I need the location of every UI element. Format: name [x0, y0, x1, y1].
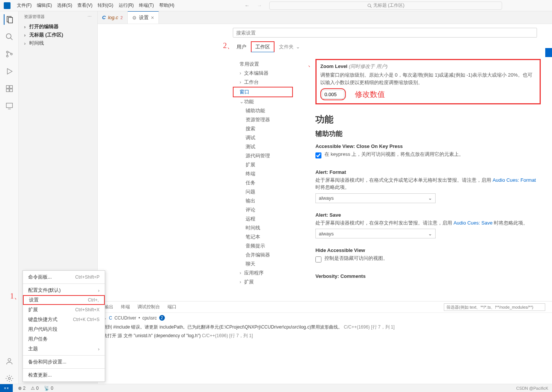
scope-folder[interactable]: 文件夹 ⌄ — [275, 42, 304, 52]
menu-terminal[interactable]: 终端(T) — [136, 2, 156, 9]
scope-user[interactable]: 用户 — [233, 42, 250, 52]
sidebar-title: 资源管理器 — [24, 14, 45, 20]
svg-point-7 — [6, 55, 8, 57]
problems-breadcrumb[interactable]: ⌄ C CCUDriver • cpu\src 2 — [103, 315, 547, 321]
extensions-icon[interactable] — [4, 83, 15, 94]
annotation-1: 1、 — [10, 291, 21, 301]
toc-texteditor[interactable]: ›文本编辑器 — [233, 69, 308, 78]
annotation-4: 4、 — [308, 59, 315, 69]
source-control-icon[interactable] — [4, 49, 15, 59]
svg-line-1 — [370, 6, 371, 8]
menu-help[interactable]: 帮助(H) — [157, 2, 177, 9]
panel-tab-terminal[interactable]: 终端 — [121, 302, 130, 312]
explorer-icon[interactable] — [4, 14, 14, 25]
toc-output[interactable]: 输出 — [233, 196, 308, 205]
toc-comments[interactable]: 评论 — [233, 205, 308, 214]
problem-row[interactable]: 测到 #include 错误。请更新 includePath。已为此翻译单元(E… — [103, 323, 547, 332]
toc-terminal[interactable]: 终端 — [233, 169, 308, 178]
nav-back-icon[interactable]: ← — [244, 3, 249, 8]
toc-remote[interactable]: 远程 — [233, 214, 308, 223]
menu-check-updates[interactable]: 检查更新... — [23, 370, 105, 380]
toc-search[interactable]: 搜索 — [233, 124, 308, 133]
menu-keyboard-shortcuts[interactable]: 键盘快捷方式Ctrl+K Ctrl+S — [23, 315, 105, 324]
toc-common[interactable]: 常用设置 — [233, 60, 308, 69]
toc-ext[interactable]: 扩展 — [233, 160, 308, 169]
nav-forward-icon[interactable]: → — [257, 3, 262, 8]
tree-workspace[interactable]: ›无标题 (工作区) — [19, 31, 97, 39]
panel-tab-ports[interactable]: 端口 — [167, 302, 176, 312]
svg-rect-12 — [9, 86, 12, 88]
menu-go[interactable]: 转到(G) — [95, 2, 116, 9]
zoom-level-input[interactable] — [322, 90, 344, 99]
close-on-keypress-checkbox[interactable] — [315, 152, 321, 158]
toc-merge[interactable]: 合并编辑器 — [233, 250, 308, 259]
menu-edit[interactable]: 编辑(E) — [34, 2, 54, 9]
panel-tab-debugconsole[interactable]: 调试控制台 — [137, 302, 160, 312]
panel-tab-output[interactable]: 输出 — [104, 302, 113, 312]
toc-test[interactable]: 测试 — [233, 142, 308, 151]
alert-format-select[interactable]: always⌄ — [315, 193, 436, 203]
search-icon[interactable] — [4, 32, 15, 42]
command-center-label: 无标题 (工作区) — [373, 2, 404, 9]
menu-theme[interactable]: 主题› — [23, 344, 105, 354]
toc-explorer[interactable]: 资源管理器 — [233, 115, 308, 124]
toc-accessibility[interactable]: 辅助功能 — [233, 106, 308, 115]
status-warnings[interactable]: ⚠ 0 — [31, 386, 39, 391]
heading-features: 功能 — [315, 113, 541, 125]
run-debug-icon[interactable] — [4, 66, 15, 77]
tree-timeline[interactable]: ›时间线 — [19, 39, 97, 47]
toc-chat[interactable]: 聊天 — [233, 259, 308, 268]
toc-extensions[interactable]: ›扩展 — [233, 277, 308, 286]
menu-select[interactable]: 选择(S) — [54, 2, 75, 9]
audio-cues-save-link[interactable]: Audio Cues: Save — [454, 220, 493, 226]
sidebar-more-icon[interactable]: ⋯ — [87, 14, 92, 19]
accounts-icon[interactable] — [4, 356, 15, 366]
alert-save-select[interactable]: always⌄ — [315, 229, 436, 238]
menu-user-tasks[interactable]: 用户任务 — [23, 334, 105, 344]
scope-workspace[interactable]: 工作区 — [251, 41, 274, 52]
chevron-down-icon: ⌄ — [428, 231, 432, 237]
menu-run[interactable]: 运行(R) — [116, 2, 137, 9]
settings-gear-icon[interactable] — [4, 373, 15, 384]
title-bar: 文件(F) 编辑(E) 选择(S) 查看(V) 转到(G) 运行(R) 终端(T… — [0, 0, 552, 11]
toc-task[interactable]: 任务 — [233, 178, 308, 187]
toc-timeline[interactable]: 时间线 — [233, 223, 308, 232]
toc-debug[interactable]: 调试 — [233, 133, 308, 142]
hide-accessible-view-checkbox[interactable] — [315, 256, 321, 262]
menu-extensions[interactable]: 扩展Ctrl+Shift+X — [23, 305, 105, 315]
menu-profiles[interactable]: 配置文件(默认)› — [23, 285, 105, 295]
settings-search-input[interactable] — [233, 28, 537, 38]
toc-scm[interactable]: 源代码管理 — [233, 151, 308, 160]
setting-zoom-level: 4、 Zoom Level (同时修改于 用户) 调整窗口的缩放级别。原始大小是… — [315, 59, 541, 104]
toc-window[interactable]: 窗口 — [233, 87, 293, 97]
toc-workbench[interactable]: ›工作台 — [233, 78, 308, 87]
remote-explorer-icon[interactable] — [4, 101, 15, 111]
toc-audio[interactable]: 音频提示 — [233, 241, 308, 250]
toc-problems[interactable]: 问题 — [233, 187, 308, 196]
status-errors[interactable]: ⊗ 2 — [18, 386, 26, 391]
toc-features[interactable]: ⌄功能 — [233, 97, 308, 106]
menu-user-snippets[interactable]: 用户代码片段 — [23, 324, 105, 334]
tab-logc[interactable]: C log.c 2 — [98, 11, 128, 24]
modify-label: 修改数值 — [355, 89, 385, 100]
status-radio[interactable]: 📡 0 — [44, 386, 53, 391]
close-icon[interactable]: × — [151, 15, 154, 21]
menu-view[interactable]: 查看(V) — [75, 2, 95, 9]
panel-filter-input[interactable] — [444, 303, 545, 311]
menu-command-palette[interactable]: 命令面板...Ctrl+Shift+P — [23, 272, 105, 282]
menu-backup-sync[interactable]: 备份和同步设置... — [23, 357, 105, 367]
menu-file[interactable]: 文件(F) — [14, 2, 34, 9]
audio-cues-format-link[interactable]: Audio Cues: Format — [493, 177, 536, 183]
c-file-icon: C — [109, 315, 112, 321]
tab-settings[interactable]: ⚙ 设置 × — [128, 11, 159, 24]
menu-settings[interactable]: 设置Ctrl+, — [23, 295, 105, 305]
problem-row[interactable]: 法打开 源 文件 "unistd.h" (dependency of "log.… — [103, 332, 547, 340]
command-center[interactable]: 无标题 (工作区) — [269, 2, 502, 10]
chevron-down-icon: ⌄ — [428, 195, 432, 201]
svg-point-0 — [368, 4, 371, 7]
tree-open-editors[interactable]: ›打开的编辑器 — [19, 23, 97, 31]
toc-app[interactable]: ›应用程序 — [233, 268, 308, 277]
toc-notebook[interactable]: 笔记本 — [233, 232, 308, 241]
chevron-down-icon: ⌄ — [296, 44, 300, 50]
remote-indicator[interactable] — [0, 384, 13, 392]
